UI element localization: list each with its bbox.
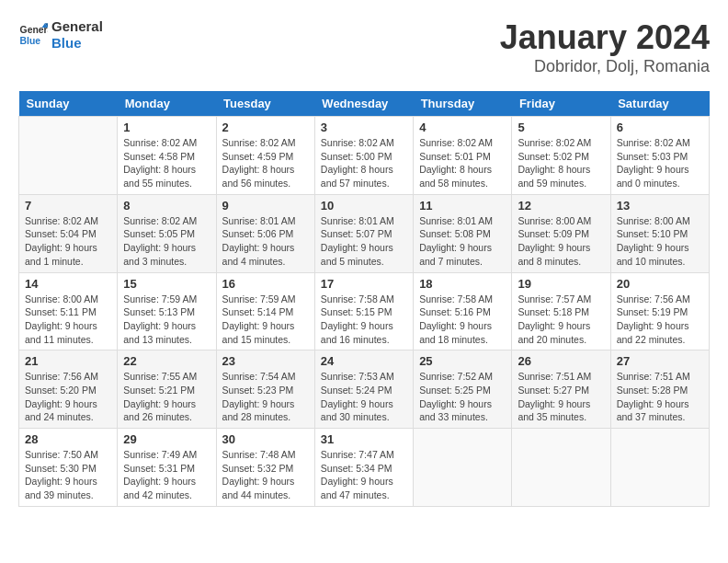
day-number: 27 <box>617 354 703 368</box>
day-info: Sunrise: 8:02 AMSunset: 5:04 PMDaylight:… <box>25 214 111 269</box>
logo-icon: General Blue <box>18 20 48 50</box>
day-number: 29 <box>123 432 210 446</box>
day-number: 18 <box>419 277 506 291</box>
calendar-cell: 27 Sunrise: 7:51 AMSunset: 5:28 PMDaylig… <box>610 350 709 429</box>
day-number: 31 <box>321 432 407 446</box>
day-info: Sunrise: 7:58 AMSunset: 5:15 PMDaylight:… <box>321 293 407 347</box>
day-info: Sunrise: 8:02 AMSunset: 4:58 PMDaylight:… <box>123 136 210 190</box>
day-info: Sunrise: 7:57 AMSunset: 5:18 PMDaylight:… <box>518 293 604 347</box>
day-info: Sunrise: 8:02 AMSunset: 5:00 PMDaylight:… <box>321 136 407 190</box>
calendar-cell: 4 Sunrise: 8:02 AMSunset: 5:01 PMDayligh… <box>414 117 512 195</box>
day-info: Sunrise: 7:54 AMSunset: 5:23 PMDaylight:… <box>222 370 309 424</box>
day-number: 28 <box>25 432 111 446</box>
day-info: Sunrise: 8:02 AMSunset: 5:01 PMDaylight:… <box>419 136 506 190</box>
calendar-cell: 25 Sunrise: 7:52 AMSunset: 5:25 PMDaylig… <box>414 350 512 429</box>
calendar-cell: 30 Sunrise: 7:48 AMSunset: 5:32 PMDaylig… <box>216 429 314 507</box>
day-number: 19 <box>518 277 604 291</box>
calendar-cell: 13 Sunrise: 8:00 AMSunset: 5:10 PMDaylig… <box>610 194 709 272</box>
day-number: 2 <box>222 121 309 134</box>
day-number: 21 <box>25 354 111 368</box>
day-info: Sunrise: 7:47 AMSunset: 5:34 PMDaylight:… <box>321 448 407 502</box>
day-number: 25 <box>419 354 506 368</box>
day-number: 20 <box>617 277 703 291</box>
weekday-header-monday: Monday <box>118 91 216 117</box>
day-info: Sunrise: 7:52 AMSunset: 5:25 PMDaylight:… <box>419 370 506 424</box>
calendar-subtitle: Dobridor, Dolj, Romania <box>500 57 710 76</box>
day-number: 14 <box>25 277 111 291</box>
day-number: 10 <box>321 199 407 213</box>
day-number: 23 <box>222 354 309 368</box>
day-number: 30 <box>222 432 309 446</box>
calendar-cell: 6 Sunrise: 8:02 AMSunset: 5:03 PMDayligh… <box>610 117 709 195</box>
day-info: Sunrise: 8:00 AMSunset: 5:09 PMDaylight:… <box>518 214 604 269</box>
weekday-header-wednesday: Wednesday <box>314 91 413 117</box>
day-info: Sunrise: 7:56 AMSunset: 5:20 PMDaylight:… <box>25 370 111 424</box>
day-info: Sunrise: 7:59 AMSunset: 5:14 PMDaylight:… <box>222 293 309 347</box>
calendar-cell: 26 Sunrise: 7:51 AMSunset: 5:27 PMDaylig… <box>512 350 610 429</box>
logo-text-blue: Blue <box>51 35 103 52</box>
day-info: Sunrise: 8:02 AMSunset: 5:05 PMDaylight:… <box>123 214 210 269</box>
calendar-cell: 8 Sunrise: 8:02 AMSunset: 5:05 PMDayligh… <box>118 194 216 272</box>
day-number: 16 <box>222 277 309 291</box>
day-number: 4 <box>419 121 506 134</box>
day-number: 8 <box>123 199 210 213</box>
weekday-header-friday: Friday <box>512 91 610 117</box>
calendar-table: SundayMondayTuesdayWednesdayThursdayFrid… <box>18 91 710 507</box>
day-info: Sunrise: 7:49 AMSunset: 5:31 PMDaylight:… <box>123 448 210 502</box>
svg-text:Blue: Blue <box>20 36 41 46</box>
weekday-header-thursday: Thursday <box>414 91 512 117</box>
calendar-cell <box>610 429 709 507</box>
day-info: Sunrise: 8:00 AMSunset: 5:10 PMDaylight:… <box>617 214 703 269</box>
weekday-header-tuesday: Tuesday <box>216 91 314 117</box>
calendar-cell: 29 Sunrise: 7:49 AMSunset: 5:31 PMDaylig… <box>118 429 216 507</box>
day-number: 15 <box>123 277 210 291</box>
calendar-cell: 7 Sunrise: 8:02 AMSunset: 5:04 PMDayligh… <box>19 194 118 272</box>
calendar-cell: 3 Sunrise: 8:02 AMSunset: 5:00 PMDayligh… <box>314 117 413 195</box>
logo: General Blue General Blue <box>18 18 103 52</box>
day-info: Sunrise: 8:01 AMSunset: 5:06 PMDaylight:… <box>222 214 309 269</box>
day-number: 7 <box>25 199 111 213</box>
page-header: General Blue General Blue January 2024 D… <box>18 18 710 76</box>
day-info: Sunrise: 8:02 AMSunset: 5:03 PMDaylight:… <box>617 136 703 190</box>
calendar-title: January 2024 <box>500 18 710 57</box>
calendar-cell: 12 Sunrise: 8:00 AMSunset: 5:09 PMDaylig… <box>512 194 610 272</box>
day-info: Sunrise: 7:51 AMSunset: 5:27 PMDaylight:… <box>518 370 604 424</box>
day-number: 6 <box>617 121 703 134</box>
day-number: 5 <box>518 121 604 134</box>
day-info: Sunrise: 7:48 AMSunset: 5:32 PMDaylight:… <box>222 448 309 502</box>
day-number: 3 <box>321 121 407 134</box>
calendar-cell: 23 Sunrise: 7:54 AMSunset: 5:23 PMDaylig… <box>216 350 314 429</box>
weekday-header-saturday: Saturday <box>610 91 709 117</box>
day-number: 24 <box>321 354 407 368</box>
calendar-cell: 1 Sunrise: 8:02 AMSunset: 4:58 PMDayligh… <box>118 117 216 195</box>
calendar-cell: 21 Sunrise: 7:56 AMSunset: 5:20 PMDaylig… <box>19 350 118 429</box>
calendar-cell: 31 Sunrise: 7:47 AMSunset: 5:34 PMDaylig… <box>314 429 413 507</box>
calendar-cell: 17 Sunrise: 7:58 AMSunset: 5:15 PMDaylig… <box>314 272 413 350</box>
day-number: 11 <box>419 199 506 213</box>
calendar-cell: 22 Sunrise: 7:55 AMSunset: 5:21 PMDaylig… <box>118 350 216 429</box>
calendar-cell: 9 Sunrise: 8:01 AMSunset: 5:06 PMDayligh… <box>216 194 314 272</box>
calendar-cell <box>512 429 610 507</box>
day-number: 1 <box>123 121 210 134</box>
day-info: Sunrise: 7:59 AMSunset: 5:13 PMDaylight:… <box>123 293 210 347</box>
calendar-cell: 15 Sunrise: 7:59 AMSunset: 5:13 PMDaylig… <box>118 272 216 350</box>
calendar-cell: 11 Sunrise: 8:01 AMSunset: 5:08 PMDaylig… <box>414 194 512 272</box>
calendar-cell: 28 Sunrise: 7:50 AMSunset: 5:30 PMDaylig… <box>19 429 118 507</box>
calendar-cell: 5 Sunrise: 8:02 AMSunset: 5:02 PMDayligh… <box>512 117 610 195</box>
day-number: 17 <box>321 277 407 291</box>
day-info: Sunrise: 7:56 AMSunset: 5:19 PMDaylight:… <box>617 293 703 347</box>
logo-text-general: General <box>51 18 103 35</box>
day-info: Sunrise: 7:53 AMSunset: 5:24 PMDaylight:… <box>321 370 407 424</box>
title-block: January 2024 Dobridor, Dolj, Romania <box>500 18 710 76</box>
calendar-cell: 18 Sunrise: 7:58 AMSunset: 5:16 PMDaylig… <box>414 272 512 350</box>
day-number: 9 <box>222 199 309 213</box>
day-number: 12 <box>518 199 604 213</box>
calendar-cell <box>19 117 118 195</box>
calendar-cell: 20 Sunrise: 7:56 AMSunset: 5:19 PMDaylig… <box>610 272 709 350</box>
day-number: 22 <box>123 354 210 368</box>
calendar-cell <box>414 429 512 507</box>
weekday-header-sunday: Sunday <box>19 91 118 117</box>
day-info: Sunrise: 7:58 AMSunset: 5:16 PMDaylight:… <box>419 293 506 347</box>
calendar-cell: 19 Sunrise: 7:57 AMSunset: 5:18 PMDaylig… <box>512 272 610 350</box>
calendar-cell: 24 Sunrise: 7:53 AMSunset: 5:24 PMDaylig… <box>314 350 413 429</box>
